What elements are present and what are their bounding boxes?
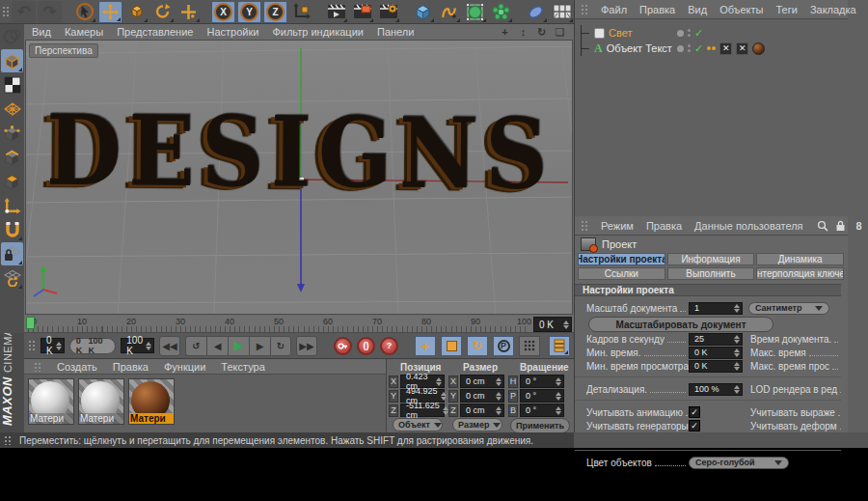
record-keyframe-button[interactable] <box>334 337 352 355</box>
fps-field[interactable]: 25 <box>689 333 743 346</box>
vp-menu-filter[interactable]: Фильтр индикации <box>272 26 364 38</box>
stepper-icon[interactable] <box>556 406 561 415</box>
stepper-icon[interactable] <box>734 304 740 313</box>
play-backwards-button[interactable]: ↺ <box>185 336 206 356</box>
section-header[interactable]: Настройки проекта <box>575 284 841 296</box>
points-mode-button[interactable] <box>1 122 23 145</box>
add-deformer-button[interactable] <box>489 1 513 23</box>
vp-menu-view[interactable]: Вид <box>32 26 51 38</box>
vp-zoom-icon[interactable]: ↕ <box>517 26 529 38</box>
layer-dots-icon[interactable] <box>688 29 691 37</box>
autokey-button[interactable]: () <box>357 337 375 355</box>
vp-rotate-icon[interactable]: ↻ <box>535 26 548 39</box>
lock-workplane-button[interactable] <box>1 242 23 265</box>
vp-menu-options[interactable]: Настройки <box>206 26 258 38</box>
move-tool-button[interactable] <box>98 1 122 23</box>
position-z-field[interactable]: -511.625 cm <box>400 404 445 417</box>
scale-unit-dropdown[interactable]: Сантиметр <box>748 302 829 315</box>
rotate-workplane-button[interactable] <box>1 266 23 290</box>
om-menu-bookmark[interactable]: Закладка <box>810 4 856 15</box>
texture-tag-icon[interactable]: ✕ <box>736 42 748 55</box>
om-menu-objects[interactable]: Объекты <box>719 4 763 15</box>
use-animation-checkbox[interactable]: ✓ <box>689 406 700 418</box>
mat-menu-edit[interactable]: Правка <box>113 361 149 373</box>
stepper-icon[interactable] <box>556 392 561 401</box>
add-spline-button[interactable] <box>437 1 461 23</box>
redo-button[interactable]: ↷ <box>38 1 62 23</box>
object-name[interactable]: Объект Текст <box>607 42 672 54</box>
add-floor-button[interactable] <box>550 1 574 23</box>
y-axis-lock-button[interactable]: Y <box>237 1 261 23</box>
material-tag-icon[interactable] <box>752 42 765 55</box>
status-drag-handle[interactable] <box>4 435 12 445</box>
key-parameter-toggle[interactable]: P <box>493 336 514 356</box>
am-menu-edit[interactable]: Правка <box>646 220 682 232</box>
key-rotation-toggle[interactable]: ↻ <box>467 336 488 356</box>
goto-start-button[interactable]: ◀◀ <box>159 336 180 356</box>
visibility-dot-icon[interactable] <box>677 30 684 37</box>
document-scale-field[interactable]: 1 <box>689 302 743 315</box>
current-frame-field[interactable]: 0 K <box>41 338 65 353</box>
tab-project-settings[interactable]: Настройки проекта <box>578 253 665 265</box>
add-cube-button[interactable] <box>411 1 435 23</box>
use-generators-checkbox[interactable]: ✓ <box>689 420 700 431</box>
texture-tag-icon[interactable]: ✕ <box>719 42 732 55</box>
om-drag-handle[interactable] <box>581 4 588 15</box>
lock-icon[interactable] <box>834 219 848 233</box>
render-settings-button[interactable] <box>376 1 400 23</box>
polygons-mode-button[interactable] <box>1 170 23 193</box>
add-subdivision-button[interactable] <box>463 1 487 23</box>
keyframe-selection-button[interactable]: ? <box>380 337 398 355</box>
snap-magnet-button[interactable] <box>1 218 23 241</box>
material-thumbnail-selected[interactable]: Матери <box>128 378 175 425</box>
stepper-icon[interactable] <box>56 342 62 350</box>
viewport-canvas[interactable]: DESIGNS Перспектива <box>25 40 573 315</box>
rotate-tool-button[interactable] <box>150 1 175 23</box>
total-frames-field[interactable]: 100 K <box>121 338 154 353</box>
timeline-ruler[interactable]: 0 10 20 30 40 50 60 70 80 90 100 0 K <box>24 316 574 333</box>
detail-field[interactable]: 100 % <box>689 383 743 396</box>
stepper-icon[interactable] <box>734 335 740 344</box>
previous-frame-button[interactable]: ◀ <box>206 336 228 356</box>
stepper-icon[interactable] <box>556 377 561 386</box>
key-position-toggle[interactable]: + <box>415 336 436 356</box>
tab-key-interpolation[interactable]: Интерполяция ключей <box>756 267 844 280</box>
mat-menu-function[interactable]: Функции <box>164 361 205 373</box>
scene-3d-text[interactable]: DESIGNS <box>38 93 564 211</box>
stepper-icon[interactable] <box>734 362 740 371</box>
tab-dynamics[interactable]: Динамика <box>756 253 844 265</box>
search-icon[interactable] <box>816 219 829 233</box>
history-icon[interactable]: 8 <box>853 219 866 233</box>
enabled-check-icon[interactable]: ✓ <box>694 42 703 55</box>
am-menu-mode[interactable]: Режим <box>601 220 634 232</box>
omni-move-tool-button[interactable] <box>176 1 201 23</box>
scale-tool-button[interactable] <box>124 1 149 23</box>
material-thumbnail[interactable]: Матери <box>78 378 124 425</box>
am-drag-handle[interactable] <box>581 220 588 232</box>
object-row-light[interactable]: Свет <box>581 25 632 41</box>
tab-execute[interactable]: Выполнить <box>667 267 755 280</box>
vp-pan-icon[interactable]: + <box>499 26 511 38</box>
size-mode-dropdown[interactable]: Размер <box>452 418 502 431</box>
min-preview-field[interactable]: 0 K <box>689 360 743 373</box>
next-frame-button[interactable]: ▶ <box>249 336 270 356</box>
vp-maximize-icon[interactable]: ❏ <box>554 26 566 39</box>
om-menu-edit[interactable]: Правка <box>639 4 675 15</box>
stepper-icon[interactable] <box>436 377 442 386</box>
mat-menu-create[interactable]: Создать <box>57 361 97 373</box>
phong-tag-icon[interactable] <box>707 46 716 50</box>
material-thumbnail[interactable]: Матери <box>28 378 74 425</box>
stepper-icon[interactable] <box>496 377 502 386</box>
uv-mode-button[interactable] <box>1 97 23 121</box>
mat-menu-texture[interactable]: Текстура <box>221 361 264 373</box>
object-color-dropdown[interactable]: Серо-голубой <box>689 457 789 469</box>
enabled-check-icon[interactable]: ✓ <box>694 27 703 40</box>
z-axis-lock-button[interactable]: Z <box>263 1 287 23</box>
undo-button[interactable]: ↶ <box>12 1 36 23</box>
stepper-icon[interactable] <box>441 392 447 401</box>
scale-document-button[interactable]: Масштабировать документ <box>588 317 773 332</box>
select-tool-button[interactable] <box>72 1 96 23</box>
coordinate-system-button[interactable] <box>289 1 313 23</box>
model-mode-button[interactable] <box>1 49 23 72</box>
vp-menu-display[interactable]: Представление <box>117 26 193 38</box>
